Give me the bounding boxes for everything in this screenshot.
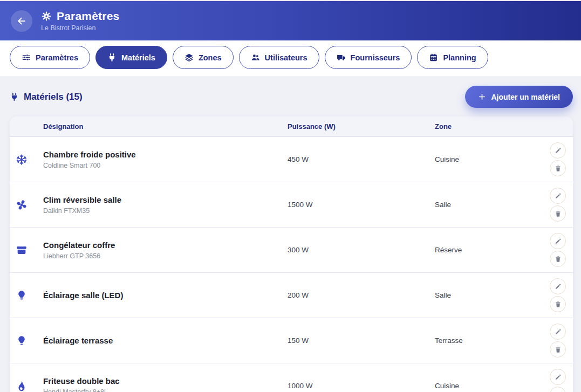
edit-button[interactable] [550,188,566,204]
delete-button[interactable] [550,387,566,392]
equipment-power: 150 W [288,336,435,345]
calendar-icon [429,53,438,62]
app-header: Paramètres Le Bistrot Parisien [0,1,581,40]
cell-designation: Clim réversible salle Daikin FTXM35 [43,195,288,215]
pencil-icon [555,283,562,290]
row-actions [543,324,573,357]
cell-designation: Chambre froide positive Coldline Smart 7… [43,150,288,169]
tab-fournisseurs[interactable]: Fournisseurs [325,46,412,69]
equipment-name: Éclairage salle (LED) [43,291,288,300]
equipment-model: Hendi Masterfry 8+8l [43,388,288,392]
header-text: Paramètres Le Bistrot Parisien [41,10,119,32]
edit-button[interactable] [550,142,566,159]
equipment-name: Chambre froide positive [43,150,288,159]
equipment-name: Clim réversible salle [43,195,288,204]
pencil-icon [555,328,562,335]
tab-bar: Paramètres Matériels Zones Utilisateurs … [0,40,581,76]
edit-button[interactable] [550,369,566,385]
cell-designation: Friteuse double bac Hendi Masterfry 8+8l [43,376,288,392]
delete-button[interactable] [550,251,566,267]
fan-icon [10,199,43,211]
add-equipment-label: Ajouter un matériel [491,93,560,101]
restaurant-name: Le Bistrot Parisien [41,24,119,32]
flame-icon [10,380,43,392]
pencil-icon [555,238,562,245]
delete-button[interactable] [550,296,566,312]
edit-button[interactable] [550,278,566,294]
truck-icon [337,53,346,62]
box-icon [10,244,43,256]
tab-label: Matériels [121,53,155,62]
trash-icon [555,301,562,308]
section-head: Matériels (15) Ajouter un matériel [10,86,573,108]
trash-icon [555,165,562,172]
trash-icon [555,256,562,263]
plug-icon [107,53,117,62]
section-title: Matériels (15) [10,92,83,102]
pencil-icon [555,374,562,381]
tab-parametres[interactable]: Paramètres [10,46,90,69]
equipment-zone: Salle [435,291,543,299]
row-actions [543,369,573,392]
table-row: Congélateur coffre Liebherr GTP 3656 300… [10,228,573,273]
pencil-icon [555,192,562,200]
column-header-power: Puissance (W) [288,122,435,130]
gear-icon [41,11,52,22]
trash-icon [555,346,562,353]
back-button[interactable] [11,10,32,32]
equipment-rows: Chambre froide positive Coldline Smart 7… [10,137,573,392]
table-header-row: Désignation Puissance (W) Zone [10,116,573,137]
tab-materiels[interactable]: Matériels [95,46,167,69]
equipment-power: 300 W [288,246,435,254]
row-actions [543,188,573,222]
add-equipment-button[interactable]: Ajouter un matériel [465,86,573,108]
tab-label: Utilisateurs [265,53,307,62]
tab-label: Fournisseurs [351,53,400,62]
equipment-zone: Cuisine [435,155,543,163]
equipment-power: 1500 W [288,201,435,209]
plug-icon [10,92,19,101]
lightbulb-icon [10,290,43,301]
delete-button[interactable] [550,205,566,222]
table-row: Friteuse double bac Hendi Masterfry 8+8l… [10,363,573,392]
tab-label: Zones [199,53,222,62]
equipment-model: Coldline Smart 700 [43,162,288,169]
tab-zones[interactable]: Zones [173,46,234,69]
equipment-name: Éclairage terrasse [43,336,288,345]
table-row: Éclairage terrasse 150 W Terrasse [10,318,573,363]
equipment-model: Daikin FTXM35 [43,207,288,215]
delete-button[interactable] [550,160,566,176]
cell-designation: Éclairage salle (LED) [43,291,288,300]
section-title-label: Matériels (15) [24,92,83,102]
column-header-designation: Désignation [43,122,288,130]
edit-button[interactable] [550,233,566,249]
table-row: Éclairage salle (LED) 200 W Salle [10,273,573,318]
equipment-power: 1000 W [288,382,435,390]
row-actions [543,142,573,176]
equipment-zone: Terrasse [435,336,543,345]
tab-planning[interactable]: Planning [417,46,488,69]
layers-icon [184,53,194,62]
arrow-left-icon [16,16,27,26]
equipment-name: Friteuse double bac [43,376,288,386]
tab-utilisateurs[interactable]: Utilisateurs [239,46,319,69]
equipment-power: 450 W [288,155,435,163]
column-header-zone: Zone [435,122,543,130]
lightbulb-icon [10,335,43,347]
delete-button[interactable] [550,341,566,357]
equipment-zone: Cuisine [435,382,543,390]
equipment-zone: Salle [435,201,543,209]
equipment-table: Désignation Puissance (W) Zone Chambre f… [10,116,573,392]
page-title: Paramètres [57,10,119,23]
tab-label: Paramètres [36,53,78,62]
sliders-icon [22,53,31,62]
edit-button[interactable] [550,324,566,340]
row-actions [543,233,573,267]
tab-label: Planning [443,53,476,62]
table-row: Chambre froide positive Coldline Smart 7… [10,137,573,182]
pencil-icon [555,147,562,154]
cell-designation: Éclairage terrasse [43,336,288,345]
equipment-zone: Réserve [435,246,543,254]
row-actions [543,278,573,312]
trash-icon [555,210,562,217]
